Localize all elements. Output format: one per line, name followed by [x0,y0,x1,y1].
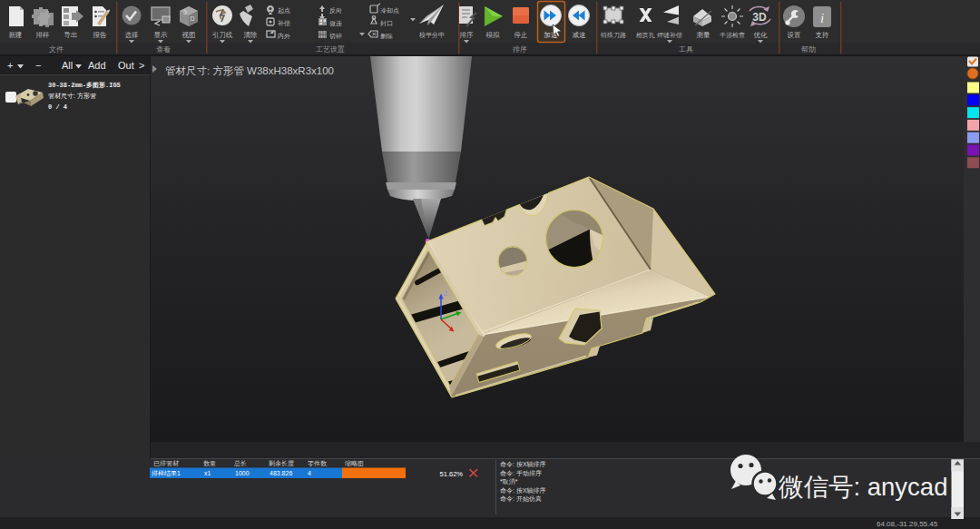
svg-text:D: D [190,15,194,22]
svg-text:483.826: 483.826 [270,470,292,476]
svg-text:焊缝补偿: 焊缝补偿 [657,32,682,38]
svg-text:x1: x1 [204,470,211,476]
svg-text:Add: Add [88,60,106,71]
svg-text:管材尺寸: 方形管: 管材尺寸: 方形管 [48,92,96,100]
svg-text:已排管材: 已排管材 [153,460,179,467]
svg-text:管材尺寸: 方形管 W38xH38xR3x100: 管材尺寸: 方形管 W38xH38xR3x100 [165,65,334,76]
svg-text:命令: 按X轴排序: 命令: 按X轴排序 [500,461,546,468]
svg-text:+: + [7,60,13,71]
svg-text:冷却点: 冷却点 [380,7,399,15]
svg-text:3: 3 [183,9,187,15]
svg-text:相贯孔: 相贯孔 [636,32,656,39]
svg-text:反向: 反向 [329,7,342,14]
svg-text:测量: 测量 [697,31,711,39]
svg-text:Out: Out [118,60,134,71]
svg-text:校平分中: 校平分中 [418,32,445,38]
svg-text:3D: 3D [752,11,767,24]
svg-text:零件数: 零件数 [308,460,328,467]
svg-text:1000: 1000 [235,470,250,476]
svg-text:导出: 导出 [64,31,78,39]
svg-text:支持: 支持 [816,31,829,39]
svg-text:微连: 微连 [329,20,342,27]
svg-text:命令: 开始仿真: 命令: 开始仿真 [500,495,542,503]
svg-text:64.08,-31.29,55.45: 64.08,-31.29,55.45 [877,520,938,528]
svg-text:排序: 排序 [460,31,475,39]
svg-text:排样结果1: 排样结果1 [152,470,181,477]
svg-text:补偿: 补偿 [278,20,290,26]
svg-text:清除: 清除 [244,31,259,39]
svg-text:51.62%: 51.62% [440,470,464,478]
svg-text:工具: 工具 [679,45,693,54]
svg-text:工艺设置: 工艺设置 [316,45,345,54]
svg-text:选择: 选择 [125,31,139,39]
svg-text:缩略图: 缩略图 [345,460,364,467]
svg-text:排样: 排样 [36,31,51,39]
svg-text:报告: 报告 [93,31,108,39]
svg-text:内外: 内外 [278,33,290,40]
svg-text:Z: Z [444,290,447,297]
svg-text:文件: 文件 [49,45,64,54]
svg-text:封口: 封口 [380,20,393,27]
svg-text:>: > [139,60,144,71]
svg-text:数量: 数量 [203,460,216,466]
svg-text:剩余长度: 剩余长度 [269,460,294,467]
svg-text:微信号: anycad: 微信号: anycad [779,473,947,501]
svg-text:All: All [62,60,73,71]
svg-text:停止: 停止 [514,31,528,39]
svg-text:引刀线: 引刀线 [212,31,233,39]
svg-text:总长: 总长 [233,460,247,466]
svg-text:i: i [820,11,824,25]
svg-text:减速: 减速 [573,31,587,39]
svg-text:新建: 新建 [9,31,23,39]
svg-text:30-38-2mm-多图形.IGS: 30-38-2mm-多图形.IGS [48,82,121,89]
svg-text:设置: 设置 [788,31,802,39]
svg-text:模拟: 模拟 [486,31,501,39]
svg-text:4: 4 [308,470,311,476]
svg-text:命令: 手动排序: 命令: 手动排序 [500,470,542,477]
svg-text:特殊刀路: 特殊刀路 [601,32,626,39]
svg-text:优化: 优化 [754,31,769,39]
svg-text:帮助: 帮助 [801,45,816,54]
svg-text:干涉检查: 干涉检查 [720,32,745,39]
svg-text:*取消*: *取消* [500,478,518,485]
svg-text:排序: 排序 [513,45,527,54]
svg-text:显示: 显示 [154,31,169,39]
svg-text:命令: 按X轴排序: 命令: 按X轴排序 [500,487,546,495]
svg-text:0 / 4: 0 / 4 [48,103,67,111]
svg-text:起点: 起点 [278,7,290,15]
svg-text:删除: 删除 [380,33,393,40]
svg-text:切碎: 切碎 [329,33,342,40]
svg-text:视图: 视图 [182,31,196,39]
svg-text:查看: 查看 [156,45,171,54]
svg-text:−: − [35,60,41,71]
